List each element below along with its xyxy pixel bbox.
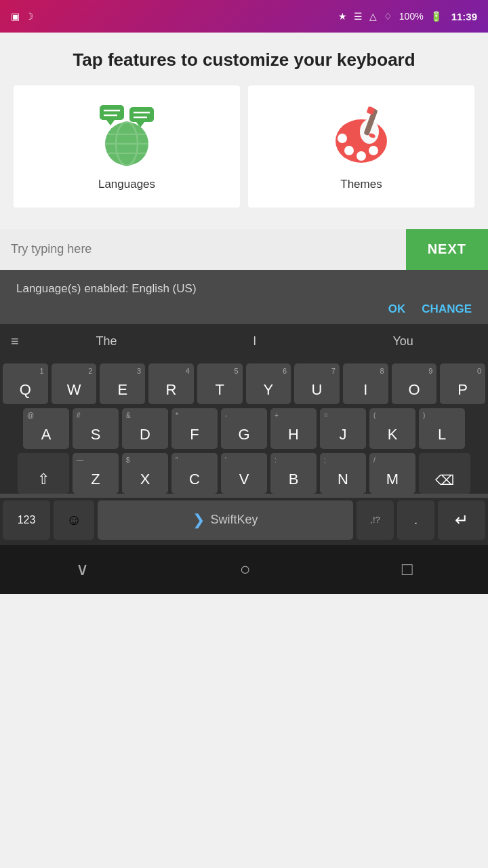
key-q[interactable]: 1Q [3,363,48,404]
key-a[interactable]: @A [23,408,69,449]
input-row: NEXT [0,229,488,270]
typing-input[interactable] [0,229,406,270]
bottom-row: 123 ☺ ❯ SwiftKey ,!? . ↵ [0,498,488,545]
svg-point-18 [369,146,378,155]
key-numbers[interactable]: 123 [3,500,50,540]
key-delete[interactable]: ⌫ [419,453,470,494]
svg-rect-9 [129,107,154,122]
key-k[interactable]: (K [369,408,415,449]
key-row-3: ⇧ —Z $X "C 'V :B ;N /M ⌫ [3,453,485,494]
key-r[interactable]: 4R [148,363,194,404]
key-s[interactable]: #S [73,408,119,449]
signal-icon: ☰ [354,11,363,22]
keyboard-area: Language(s) enabled: English (US) OK CHA… [0,270,488,545]
language-text: Language(s) enabled: English (US) [16,282,472,296]
page-title: Tap features to customize your keyboard [14,49,474,72]
key-o[interactable]: 9O [392,363,437,404]
key-w[interactable]: 2W [52,363,97,404]
key-b[interactable]: :B [270,453,317,494]
notification-icon: ☽ [25,11,34,22]
next-button[interactable]: NEXT [406,229,488,270]
key-period[interactable]: . [397,500,434,540]
suggestions-row: ≡ The I You [0,324,488,359]
svg-point-16 [344,146,354,155]
svg-marker-6 [106,120,115,125]
svg-point-15 [338,134,347,143]
key-t[interactable]: 5T [197,363,243,404]
key-v[interactable]: 'V [221,453,267,494]
suggestion-you[interactable]: You [329,334,477,349]
key-emoji[interactable]: ☺ [54,500,94,540]
key-row-2: @A #S &D *F -G +H =J (K )L [3,408,485,449]
languages-card[interactable]: Languages [14,85,240,208]
svg-point-17 [357,151,366,161]
nav-home-button[interactable]: ○ [240,559,251,580]
key-row-1: 1Q 2W 3E 4R 5T 6Y 7U 8I 9O 0P [3,363,485,404]
key-c[interactable]: "C [171,453,218,494]
key-x[interactable]: $X [122,453,168,494]
key-y[interactable]: 6Y [246,363,291,404]
themes-card[interactable]: Themes [248,85,474,208]
suggestion-i[interactable]: I [180,334,329,349]
key-n[interactable]: ;N [320,453,366,494]
svg-rect-5 [100,105,124,120]
key-enter[interactable]: ↵ [438,500,485,540]
key-j[interactable]: =J [320,408,366,449]
hamburger-icon[interactable]: ≡ [11,334,19,349]
swiftkey-arrow-icon: ❯ [192,511,205,529]
key-e[interactable]: 3E [100,363,145,404]
key-space[interactable]: ❯ SwiftKey [98,500,353,540]
key-h[interactable]: +H [270,408,317,449]
battery-saver-icon: ♢ [384,11,392,22]
status-bar: ▣ ☽ ★ ☰ △ ♢ 100% 🔋 11:39 [0,0,488,33]
themes-icon [327,102,395,170]
languages-label: Languages [98,178,155,191]
key-punctuation[interactable]: ,!? [357,500,394,540]
nav-back-button[interactable]: ∨ [76,559,89,580]
nav-bar: ∨ ○ □ [0,545,488,594]
key-u[interactable]: 7U [294,363,340,404]
banner-buttons: OK CHANGE [16,302,472,316]
feature-cards: Languages Themes [14,85,474,208]
key-g[interactable]: -G [221,408,267,449]
key-d[interactable]: &D [122,408,168,449]
bluetooth-icon: ★ [338,11,347,22]
key-i[interactable]: 8I [343,363,388,404]
nav-recent-button[interactable]: □ [402,559,413,580]
status-time: 11:39 [451,11,477,22]
suggestion-the[interactable]: The [33,334,181,349]
change-button[interactable]: CHANGE [422,302,472,316]
key-shift[interactable]: ⇧ [18,453,69,494]
key-f[interactable]: *F [171,408,218,449]
key-l[interactable]: )L [419,408,465,449]
key-z[interactable]: —Z [73,453,119,494]
language-banner: Language(s) enabled: English (US) OK CHA… [0,270,488,324]
battery-icon: 🔋 [430,11,442,22]
screen-icon: ▣ [11,11,20,22]
ok-button[interactable]: OK [388,302,406,316]
swiftkey-label: SwiftKey [210,513,258,527]
main-content: Tap features to customize your keyboard [0,33,488,229]
wifi-icon: △ [369,11,377,22]
keyboard-rows: 1Q 2W 3E 4R 5T 6Y 7U 8I 9O 0P @A #S &D *… [0,359,488,494]
battery-percent: 100% [399,11,424,22]
themes-label: Themes [340,178,382,191]
key-m[interactable]: /M [369,453,415,494]
languages-icon [93,102,161,170]
key-p[interactable]: 0P [440,363,485,404]
